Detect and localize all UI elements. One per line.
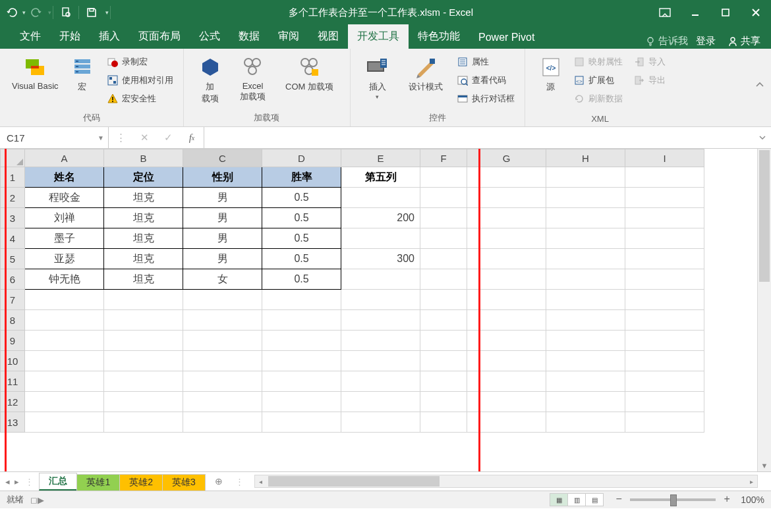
cell[interactable] bbox=[625, 249, 704, 269]
cell[interactable]: 程咬金 bbox=[25, 188, 104, 208]
cell[interactable] bbox=[467, 412, 546, 433]
cell[interactable] bbox=[420, 269, 467, 290]
cell[interactable] bbox=[183, 371, 262, 392]
cell[interactable] bbox=[625, 392, 704, 412]
cell[interactable] bbox=[625, 188, 704, 208]
cell[interactable]: 姓名 bbox=[25, 167, 104, 188]
cell[interactable] bbox=[420, 249, 467, 269]
cell[interactable] bbox=[467, 290, 546, 310]
column-header[interactable]: B bbox=[104, 149, 183, 167]
cell[interactable] bbox=[25, 392, 104, 412]
enter-formula-button[interactable]: ✓ bbox=[156, 127, 180, 148]
collapse-ribbon-button[interactable] bbox=[755, 80, 764, 90]
row-header[interactable]: 7 bbox=[1, 290, 25, 310]
column-header[interactable]: I bbox=[625, 149, 704, 167]
cell[interactable] bbox=[262, 392, 341, 412]
cell[interactable] bbox=[546, 228, 625, 249]
cell-grid[interactable]: ABCDEFGHI1姓名定位性别胜率第五列2程咬金坦克男0.53刘禅坦克男0.5… bbox=[0, 149, 704, 433]
column-header[interactable]: D bbox=[262, 149, 341, 167]
macro-record-status-icon[interactable]: ◻▶ bbox=[30, 495, 44, 505]
cell[interactable]: 男 bbox=[183, 228, 262, 249]
cell[interactable]: 坦克 bbox=[104, 269, 183, 290]
relative-reference-button[interactable]: 使用相对引用 bbox=[105, 71, 175, 90]
cell[interactable] bbox=[104, 351, 183, 371]
properties-button[interactable]: 属性 bbox=[455, 53, 517, 71]
cell[interactable] bbox=[25, 371, 104, 392]
cell[interactable] bbox=[262, 331, 341, 351]
cell[interactable] bbox=[420, 412, 467, 433]
cell[interactable] bbox=[420, 290, 467, 310]
row-header[interactable]: 9 bbox=[1, 331, 25, 351]
cell[interactable] bbox=[467, 392, 546, 412]
column-header[interactable]: F bbox=[420, 149, 467, 167]
cell[interactable] bbox=[341, 412, 420, 433]
cell[interactable] bbox=[546, 412, 625, 433]
cell[interactable] bbox=[420, 208, 467, 228]
cell[interactable] bbox=[625, 269, 704, 290]
cell[interactable] bbox=[25, 412, 104, 433]
view-code-button[interactable]: 查看代码 bbox=[455, 71, 517, 90]
tab-8[interactable]: 开发工具 bbox=[348, 24, 409, 49]
cell[interactable] bbox=[25, 290, 104, 310]
cell[interactable]: 坦克 bbox=[104, 249, 183, 269]
cell[interactable] bbox=[183, 290, 262, 310]
cell[interactable] bbox=[104, 371, 183, 392]
cell[interactable]: 0.5 bbox=[262, 269, 341, 290]
cell[interactable] bbox=[546, 167, 625, 188]
cell[interactable] bbox=[341, 351, 420, 371]
row-header[interactable]: 10 bbox=[1, 351, 25, 371]
column-header[interactable]: C bbox=[183, 149, 262, 167]
cell[interactable] bbox=[625, 167, 704, 188]
zoom-slider[interactable] bbox=[630, 498, 716, 501]
cell[interactable]: 胜率 bbox=[262, 167, 341, 188]
cell[interactable] bbox=[104, 331, 183, 351]
sign-in[interactable]: 登录 bbox=[692, 34, 720, 49]
record-macro-button[interactable]: 录制宏 bbox=[105, 53, 175, 71]
cell[interactable] bbox=[262, 412, 341, 433]
cell[interactable] bbox=[467, 167, 546, 188]
tab-2[interactable]: 插入 bbox=[90, 24, 129, 49]
cell[interactable] bbox=[467, 208, 546, 228]
zoom-level[interactable]: 100% bbox=[741, 494, 764, 505]
xml-import-button[interactable]: 导入 bbox=[631, 53, 668, 71]
cell[interactable] bbox=[183, 392, 262, 412]
cell[interactable] bbox=[420, 228, 467, 249]
cell[interactable] bbox=[546, 331, 625, 351]
cell[interactable] bbox=[625, 412, 704, 433]
map-properties-button[interactable]: 映射属性 bbox=[571, 53, 625, 71]
cell[interactable] bbox=[341, 392, 420, 412]
cell[interactable]: 刘禅 bbox=[25, 208, 104, 228]
row-header[interactable]: 12 bbox=[1, 392, 25, 412]
cell[interactable] bbox=[625, 310, 704, 331]
cell[interactable]: 0.5 bbox=[262, 249, 341, 269]
save-button[interactable] bbox=[80, 0, 103, 25]
sheet-tab[interactable]: 英雄1 bbox=[76, 474, 120, 491]
cell[interactable] bbox=[467, 310, 546, 331]
expansion-pack-button[interactable]: <> 扩展包 bbox=[571, 71, 625, 90]
cell[interactable] bbox=[625, 331, 704, 351]
minimize-button[interactable] bbox=[680, 0, 710, 25]
column-header[interactable]: A bbox=[25, 149, 104, 167]
row-header[interactable]: 13 bbox=[1, 412, 25, 433]
cell[interactable]: 男 bbox=[183, 188, 262, 208]
page-layout-view-button[interactable]: ▥ bbox=[567, 493, 586, 506]
row-header[interactable]: 3 bbox=[1, 208, 25, 228]
row-header[interactable]: 1 bbox=[1, 167, 25, 188]
cell[interactable]: 坦克 bbox=[104, 228, 183, 249]
tab-0[interactable]: 文件 bbox=[11, 24, 50, 49]
print-preview-button[interactable] bbox=[55, 0, 77, 25]
tell-me[interactable]: 告诉我 bbox=[645, 35, 688, 47]
cell[interactable] bbox=[546, 351, 625, 371]
cell[interactable] bbox=[467, 269, 546, 290]
cell[interactable] bbox=[420, 331, 467, 351]
cell[interactable] bbox=[341, 188, 420, 208]
undo-button[interactable] bbox=[0, 0, 22, 25]
cell[interactable] bbox=[104, 290, 183, 310]
addins-button[interactable]: 加 载项 bbox=[192, 53, 229, 107]
xml-export-button[interactable]: 导出 bbox=[631, 71, 668, 90]
cell[interactable]: 0.5 bbox=[262, 208, 341, 228]
row-header[interactable]: 6 bbox=[1, 269, 25, 290]
cell[interactable] bbox=[546, 208, 625, 228]
cell[interactable] bbox=[25, 331, 104, 351]
cell[interactable] bbox=[625, 371, 704, 392]
